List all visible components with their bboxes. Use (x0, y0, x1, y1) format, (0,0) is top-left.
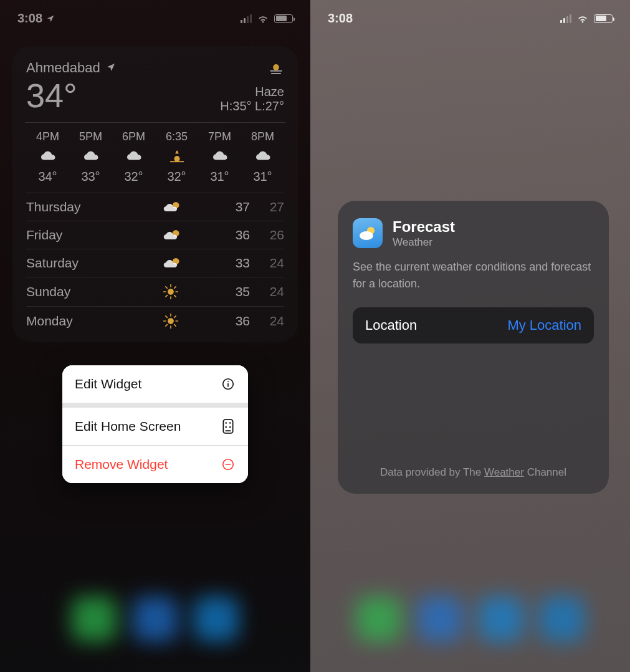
location-row[interactable]: Location My Location (353, 307, 594, 343)
widget-edit-sheet[interactable]: Forecast Weather See the current weather… (338, 201, 609, 494)
hour-time: 6PM (122, 130, 145, 143)
day-name: Thursday (26, 199, 163, 214)
day-low: 24 (250, 256, 284, 271)
location-services-icon (46, 14, 55, 23)
day-row: Friday3626 (26, 221, 284, 249)
apps-icon (221, 419, 236, 434)
wifi-icon (576, 14, 589, 23)
cloud-icon (211, 150, 229, 163)
svg-point-17 (168, 318, 174, 324)
svg-line-14 (174, 295, 176, 297)
svg-point-8 (168, 289, 174, 295)
partly-cloudy-icon (163, 199, 200, 214)
weather-app-icon (353, 218, 383, 248)
day-row: Saturday3324 (26, 249, 284, 277)
dock-blurred (310, 566, 630, 672)
cellular-signal-icon (241, 14, 252, 23)
menu-edit-home-screen[interactable]: Edit Home Screen (62, 408, 248, 445)
cloud-icon (82, 150, 100, 163)
sun-icon (163, 284, 200, 300)
day-high: 33 (200, 256, 250, 271)
hour-temp: 32° (124, 170, 143, 184)
hour-temp: 34° (38, 170, 57, 184)
day-name: Sunday (26, 284, 163, 299)
widget-temperature: 34° (26, 79, 116, 112)
cloud-icon (254, 150, 272, 163)
remove-icon (221, 457, 236, 472)
day-high: 36 (200, 314, 250, 329)
widget-context-menu: Edit Widget Edit Home Screen Remove Widg… (62, 365, 248, 483)
sheet-footer: Data provided by The Weather Channel (353, 466, 594, 482)
menu-separator (62, 403, 248, 408)
daily-forecast[interactable]: Thursday3727Friday3626Saturday3324Sunday… (26, 190, 284, 335)
day-low: 24 (250, 284, 284, 299)
cloud-icon (39, 150, 57, 163)
day-name: Monday (26, 314, 163, 329)
svg-rect-2 (271, 73, 281, 74)
status-time: 3:08 (328, 11, 353, 26)
svg-rect-1 (270, 70, 282, 72)
hour-temp: 33° (81, 170, 100, 184)
hour-column: 6:3532° (155, 130, 198, 184)
hour-time: 7PM (208, 130, 231, 143)
svg-rect-4 (170, 161, 184, 162)
sheet-description: See the current weather conditions and f… (353, 259, 594, 292)
location-value[interactable]: My Location (507, 317, 581, 334)
menu-remove-widget[interactable]: Remove Widget (62, 446, 248, 483)
svg-line-16 (174, 287, 176, 288)
svg-point-32 (225, 426, 227, 428)
menu-edit-widget[interactable]: Edit Widget (62, 365, 248, 403)
svg-point-33 (229, 426, 231, 428)
location-label: Location (365, 317, 417, 334)
svg-line-22 (166, 316, 167, 317)
status-bar: 3:08 (0, 11, 310, 26)
hour-time: 5PM (79, 130, 102, 143)
svg-line-25 (174, 316, 176, 317)
svg-line-24 (166, 325, 167, 326)
day-low: 26 (250, 228, 284, 242)
sheet-title: Forecast (393, 218, 455, 236)
cellular-signal-icon (560, 14, 571, 23)
dock-blurred (0, 566, 310, 672)
svg-line-13 (166, 287, 167, 288)
svg-point-30 (225, 422, 227, 424)
weather-widget[interactable]: Ahmedabad 34° Haze H:35° L:27° 4PM34°5PM… (12, 46, 298, 342)
svg-point-31 (229, 422, 231, 424)
status-time: 3:08 (17, 11, 42, 26)
divider (25, 122, 285, 123)
svg-line-15 (166, 295, 167, 297)
svg-point-38 (360, 231, 373, 240)
screenshot-left: 3:08 Ahmedabad 34° (0, 0, 310, 672)
hour-temp: 31° (210, 170, 229, 184)
hour-column: 7PM31° (198, 130, 241, 184)
hourly-forecast[interactable]: 4PM34°5PM33°6PM32°6:3532°7PM31°8PM31° (26, 128, 284, 190)
hour-temp: 32° (167, 170, 186, 184)
hour-column: 8PM31° (241, 130, 284, 184)
sunset-icon (168, 150, 186, 163)
day-row: Monday3624 (26, 306, 284, 335)
day-name: Saturday (26, 256, 163, 271)
info-icon (221, 377, 236, 391)
day-high: 36 (200, 228, 250, 242)
hour-temp: 31° (253, 170, 272, 184)
weather-channel-link[interactable]: Weather (484, 466, 524, 478)
day-high: 35 (200, 284, 250, 299)
status-bar: 3:08 (310, 11, 630, 26)
svg-point-0 (273, 64, 279, 70)
day-row: Thursday3727 (26, 193, 284, 221)
cloud-icon (125, 150, 143, 163)
battery-icon (274, 14, 293, 23)
hour-column: 5PM33° (69, 130, 112, 184)
widget-condition: Haze (220, 85, 284, 99)
partly-cloudy-icon (163, 228, 200, 242)
hour-time: 4PM (36, 130, 59, 143)
hour-time: 8PM (251, 130, 274, 143)
svg-point-28 (227, 381, 229, 382)
sun-icon (163, 313, 200, 329)
partly-cloudy-icon (163, 256, 200, 271)
svg-line-23 (174, 325, 176, 326)
hour-column: 6PM32° (112, 130, 155, 184)
widget-hi-lo: H:35° L:27° (220, 99, 284, 113)
hour-column: 4PM34° (26, 130, 69, 184)
day-low: 27 (250, 199, 284, 214)
